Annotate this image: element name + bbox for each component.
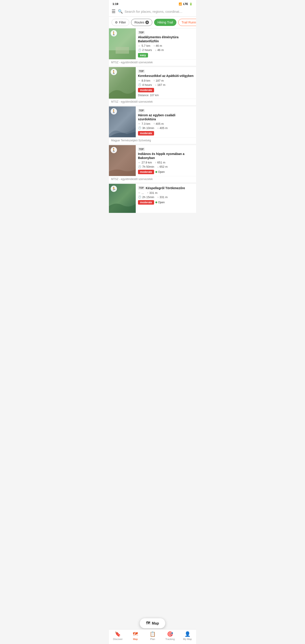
duration-icon: 🕐: [138, 165, 141, 168]
route-type-icon: 🚶: [111, 147, 117, 153]
plan-nav-icon: 📋: [150, 631, 156, 637]
map-nav-icon: 🗺: [133, 631, 138, 637]
route-type-icon: 🚶: [111, 30, 117, 36]
status-icons: 📶 LTE 🔋: [179, 2, 192, 6]
route-title: Három az egyben családi szurdoktúra: [138, 113, 194, 121]
extra-info: Distance: 107 km: [138, 94, 194, 97]
stat-elev-down: ↓ 405 m: [157, 126, 168, 130]
open-dot: [156, 171, 157, 173]
difficulty-badge: easy: [138, 53, 148, 58]
route-stats: ↔ 5.7 km ↑ 46 m: [138, 44, 194, 48]
search-icon: 🔍: [118, 9, 123, 14]
stat-elev-down: ↓ 187 m: [155, 83, 165, 86]
map-button-container: 🗺 Map: [140, 618, 165, 628]
duration-icon: 🕐: [138, 48, 141, 52]
thumb-scenery: [109, 120, 136, 137]
route-org: Magyar Természetjáró Szövetség: [109, 137, 196, 144]
routes-close-icon[interactable]: ✕: [145, 20, 149, 24]
elev-down-icon: ↓: [157, 165, 158, 168]
nav-item-discover[interactable]: 🔖 Discover: [111, 631, 125, 640]
stat-duration: 🕐 2 hours: [138, 48, 152, 52]
svg-rect-1: [116, 47, 129, 54]
routes-label: Routes: [134, 20, 144, 24]
elev-up-icon: ↑: [154, 122, 155, 125]
map-button-label: Map: [152, 622, 159, 626]
route-card[interactable]: 🚶 TOP Indiános és hippik nyomában a Bako…: [109, 145, 196, 182]
trail-chip[interactable]: Trail Running: [178, 19, 196, 26]
badge-row: moderate Open: [138, 200, 194, 204]
elev-down-icon: ↓: [157, 196, 158, 198]
elev-up-icon: ↑: [147, 191, 148, 194]
search-bar[interactable]: 🔍 Search for places, regions, coordinat…: [118, 9, 194, 14]
stat-elev-up: ↑ 405 m: [154, 122, 164, 126]
distance-icon: ↔: [138, 122, 141, 125]
stat-distance: ↔ 7.3 km: [138, 122, 150, 126]
route-type-icon: 🏃: [111, 186, 117, 192]
discover-nav-icon: 🔖: [115, 631, 121, 637]
route-info: TOP Három az egyben családi szurdoktúra …: [136, 106, 196, 137]
status-bar: 1:19 📶 LTE 🔋: [109, 0, 196, 7]
elev-up-icon: ↑: [154, 79, 155, 82]
distance-icon: ↔: [138, 44, 141, 48]
stat-distance: ↔ ...: [138, 191, 144, 194]
nav-item-mymap[interactable]: 👤 My Map: [181, 631, 194, 640]
top-badge: TOP: [138, 31, 145, 34]
discover-nav-label: Discover: [113, 638, 123, 640]
route-stats: ↔ 27.9 km ↑ 651 m: [138, 161, 194, 164]
stat-elev-up: ↑ 651 m: [155, 161, 165, 164]
map-button-icon: 🗺: [146, 621, 150, 626]
route-stats-2: 🕐 2h 15min ↓ 331 m: [138, 196, 194, 199]
stat-elev-up: ↑ 187 m: [154, 79, 164, 82]
badge-row: easy: [138, 53, 194, 58]
route-thumbnail: 🚶: [109, 67, 136, 98]
menu-icon[interactable]: ☰: [112, 9, 116, 14]
filter-icon: ⚙: [115, 20, 118, 24]
header: ☰ 🔍 Search for places, regions, coordina…: [109, 7, 196, 16]
nav-item-map[interactable]: 🗺 Map: [128, 631, 142, 640]
route-thumbnail: 🏃: [109, 184, 136, 213]
route-title: Kerekesszékkel az Apátkúti-völgyben: [138, 74, 194, 78]
tracking-nav-icon: 🎯: [167, 631, 173, 637]
route-title: Késpellegről Törökmezőre: [146, 186, 185, 190]
routes-chip[interactable]: Routes ✕: [131, 19, 152, 26]
route-card[interactable]: 🚶 TOP Kerekesszékkel az Apátkúti-völgybe…: [109, 67, 196, 105]
route-stats-2: 🕐 2 hours ↓ 46 m: [138, 48, 194, 52]
nav-item-tracking[interactable]: 🎯 Tracking: [163, 631, 177, 640]
badge-row: moderate: [138, 88, 194, 92]
route-card[interactable]: 🚶 TOP Három az egyben családi szurdoktúr…: [109, 106, 196, 144]
distance-icon: ↔: [138, 191, 141, 194]
route-title: Akadálymentes élménytúra Balatonfűzfőn: [138, 35, 194, 43]
route-type-icon: 🚶: [111, 108, 117, 114]
filter-row: ⚙ Filter Routes ✕ Hiking Trail Trail Run…: [109, 16, 196, 28]
duration-icon: 🕐: [138, 126, 141, 130]
hiking-chip[interactable]: Hiking Trail: [154, 19, 176, 26]
stat-distance: ↔ 5.7 km: [138, 44, 150, 48]
thumb-scenery: [109, 81, 136, 98]
trail-label: Trail Running: [182, 20, 196, 24]
route-title-row: TOP Három az egyben családi szurdoktúra: [138, 109, 194, 121]
route-thumbnail: 🚶: [109, 28, 136, 59]
route-card[interactable]: 🏃 TOP Késpellegről Törökmezőre ↔: [109, 184, 196, 213]
stat-elev-down: ↓ 46 m: [155, 48, 164, 52]
bottom-nav: 🔖 Discover 🗺 Map 📋 Plan 🎯 Tracking 👤 My …: [109, 629, 196, 644]
top-badge: TOP: [138, 109, 145, 112]
status-time: 1:19: [112, 2, 118, 6]
nav-item-plan[interactable]: 📋 Plan: [146, 631, 159, 640]
stat-duration: 🕐 2h 15min: [138, 196, 154, 199]
open-dot: [156, 202, 157, 203]
route-thumbnail: 🚶: [109, 106, 136, 137]
route-info: TOP Indiános és hippik nyomában a Bakony…: [136, 145, 196, 176]
route-stats: ↔ 7.3 km ↑ 405 m: [138, 122, 194, 126]
elev-up-icon: ↑: [154, 44, 155, 48]
route-card[interactable]: 🚶 TOP Akadálymentes élménytúra Balatonfű…: [109, 28, 196, 66]
stat-elev-down: ↓ 331 m: [157, 196, 168, 199]
duration-icon: 🕐: [138, 196, 141, 198]
route-stats-2: 🕐 4 hours ↓ 187 m: [138, 83, 194, 86]
map-button[interactable]: 🗺 Map: [140, 618, 165, 628]
thumb-scenery: [109, 195, 136, 213]
route-title-row: TOP Késpellegről Törökmezőre: [138, 186, 194, 190]
route-info: TOP Akadálymentes élménytúra Balatonfűzf…: [136, 28, 196, 59]
filter-chip[interactable]: ⚙ Filter: [112, 19, 129, 26]
plan-nav-label: Plan: [150, 638, 155, 640]
difficulty-badge: moderate: [138, 170, 154, 174]
